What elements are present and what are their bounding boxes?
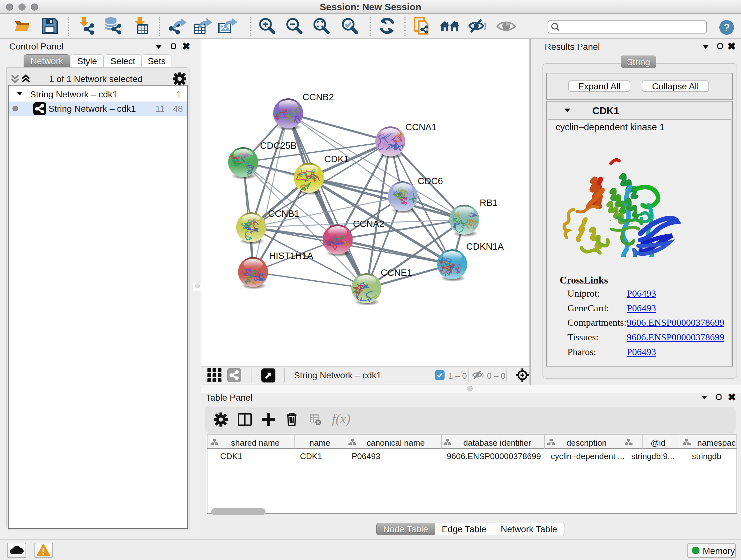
svg-text:HIST1H1A: HIST1H1A — [269, 251, 313, 261]
svg-text:CCNB1: CCNB1 — [268, 208, 299, 219]
svg-text:CDC6: CDC6 — [418, 176, 443, 186]
svg-text:CDKN1A: CDKN1A — [466, 241, 504, 252]
svg-text:CCNA2: CCNA2 — [353, 219, 384, 229]
svg-text:CDK1: CDK1 — [324, 154, 349, 164]
svg-text:CCNE1: CCNE1 — [381, 267, 412, 278]
svg-text:CCNA1: CCNA1 — [405, 122, 436, 132]
svg-text:CCNB2: CCNB2 — [302, 92, 334, 102]
svg-text:RB1: RB1 — [480, 198, 497, 208]
svg-text:CDC25B: CDC25B — [260, 140, 296, 151]
